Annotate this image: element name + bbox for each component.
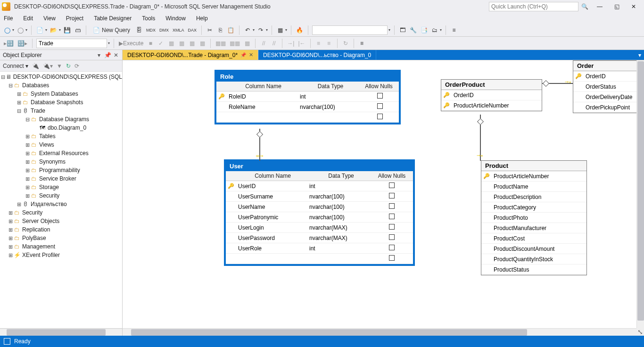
connect-button[interactable]: Connect ▾: [3, 63, 28, 69]
find-combo-dropdown-icon[interactable]: ▾: [388, 28, 390, 32]
expand-icon[interactable]: ⊞: [25, 184, 30, 190]
diagram-table-product[interactable]: Product 🔑ProductArticleNumberProductName…: [481, 160, 587, 275]
menu-file[interactable]: File: [4, 15, 13, 22]
save-all-icon[interactable]: 🗃: [74, 25, 82, 35]
diagram0-node[interactable]: dbo.Diagram_0: [48, 124, 86, 131]
results-text-icon[interactable]: ▦▦: [229, 38, 241, 49]
sync-icon[interactable]: ⟳: [74, 63, 79, 69]
collapse-icon[interactable]: ⊟: [8, 83, 13, 89]
table-row[interactable]: UserSurnamenvarchar(100): [226, 191, 413, 202]
panel-pin-icon[interactable]: 📌: [104, 52, 111, 58]
collapse-icon[interactable]: ⊟: [16, 108, 22, 114]
menu-tools[interactable]: Tools: [142, 15, 155, 22]
table-row[interactable]: UserNamenvarchar(100): [226, 202, 413, 212]
allow-nulls-cell[interactable]: [371, 224, 413, 231]
diagram-table-order[interactable]: Order 🔑OrderIDOrderStatusOrderDeliveryDa…: [573, 60, 636, 113]
new-project-icon[interactable]: 📄: [35, 25, 44, 35]
diagram-table-role[interactable]: Role Column NameData TypeAllow Nulls 🔑Ro…: [215, 70, 401, 124]
diagram-canvas[interactable]: Role Column NameData TypeAllow Nulls 🔑Ro…: [123, 60, 636, 328]
sysdb-node[interactable]: System Databases: [31, 91, 78, 97]
database-combo-dropdown-icon[interactable]: ▾: [108, 41, 110, 45]
allow-nulls-cell[interactable]: [371, 203, 413, 210]
table-row[interactable]: ProductStatus: [481, 264, 586, 275]
panel-dropdown-icon[interactable]: ▾: [96, 52, 102, 58]
dax-query-icon[interactable]: DAX: [187, 25, 198, 35]
results-file-icon[interactable]: ▦: [243, 38, 251, 49]
open-dropdown-icon[interactable]: ▾: [59, 28, 61, 32]
table-row[interactable]: UserRoleint: [226, 243, 413, 254]
sbroker-node[interactable]: Service Broker: [39, 175, 76, 182]
expand-icon[interactable]: ⊞: [25, 193, 30, 199]
database-combo[interactable]: [36, 39, 107, 48]
tab-close-icon[interactable]: ✕: [249, 52, 253, 58]
parse-icon[interactable]: 🔡▸: [17, 38, 28, 49]
include-actual-plan-icon[interactable]: ▸🔡: [3, 38, 15, 49]
execute-button[interactable]: ▶ Execute: [118, 38, 144, 49]
template-icon[interactable]: 📑: [420, 25, 429, 35]
undo-icon[interactable]: ↶: [243, 25, 252, 35]
table-row[interactable]: ProductManufacturer: [481, 223, 586, 233]
collapse-icon[interactable]: ⊟: [1, 74, 6, 80]
plan2-icon[interactable]: ▦: [177, 38, 186, 49]
table-row[interactable]: 🔑ProductArticleNumber: [481, 171, 586, 182]
security-node[interactable]: Security: [39, 192, 59, 199]
new-project-dropdown-icon[interactable]: ▾: [45, 28, 47, 32]
restore-button[interactable]: ◱: [608, 1, 625, 12]
checkbox-icon[interactable]: [389, 193, 395, 198]
plan3-icon[interactable]: ▦: [188, 38, 196, 49]
polybase-node[interactable]: PolyBase: [22, 235, 46, 241]
tab-overflow-icon[interactable]: ▾: [636, 50, 644, 60]
checkbox-icon[interactable]: [377, 103, 383, 109]
search-icon[interactable]: 🔍: [581, 3, 588, 10]
object-explorer-tree[interactable]: ⊟🖥DESKTOP-GDI6OND\SQLEXPRESS (SQL ⊟🗀Data…: [0, 72, 122, 328]
expand-icon[interactable]: ⊞: [25, 176, 30, 182]
table-row[interactable]: 🔑UserIDint: [226, 181, 413, 191]
xmla-query-icon[interactable]: XMLA: [172, 25, 185, 35]
results-grid-icon[interactable]: ▦▦: [215, 38, 227, 49]
prog-node[interactable]: Programmability: [39, 167, 80, 174]
indent-icon[interactable]: →|: [286, 38, 295, 49]
menu-view[interactable]: View: [43, 15, 56, 22]
table-row[interactable]: OrderStatus: [573, 82, 636, 92]
mdx-query-icon[interactable]: MDX: [145, 25, 157, 35]
diagram-table-user[interactable]: User Column NameData TypeAllow Nulls 🔑Us…: [224, 159, 415, 266]
quick-launch-input[interactable]: [489, 2, 578, 11]
allow-nulls-cell[interactable]: [371, 214, 413, 221]
solution-dropdown-icon[interactable]: ▾: [440, 28, 442, 32]
checkbox-icon[interactable]: [377, 114, 383, 119]
expand-icon[interactable]: ⊞: [8, 244, 13, 250]
table-row[interactable]: ProductDescription: [481, 192, 586, 202]
forward-dropdown-icon[interactable]: ▾: [25, 28, 27, 32]
open-icon[interactable]: 📂: [49, 25, 58, 35]
allow-nulls-cell[interactable]: [371, 234, 413, 241]
tab-diagram-izdat[interactable]: DESKTOP-GDI6OND\...ьство - Diagram_0: [258, 50, 376, 60]
table-row[interactable]: UserPasswordnvarchar(MAX): [226, 233, 413, 243]
registered-servers-icon[interactable]: 🗔: [398, 25, 407, 35]
security2-node[interactable]: Security: [22, 209, 42, 216]
allow-nulls-cell[interactable]: [371, 193, 413, 200]
trade-node[interactable]: Trade: [31, 107, 45, 114]
table-row[interactable]: ProductDiscountAmount: [481, 244, 586, 254]
allow-nulls-cell[interactable]: [361, 93, 399, 100]
table-row[interactable]: UserPatronymicnvarchar(100): [226, 212, 413, 223]
solution-icon[interactable]: 🗂: [430, 25, 439, 35]
expand-icon[interactable]: ⊞: [8, 210, 13, 216]
table-row[interactable]: 🔑OrderID: [573, 71, 636, 82]
menu-project[interactable]: Project: [66, 15, 83, 22]
serverobj-node[interactable]: Server Objects: [22, 218, 59, 224]
checkbox-icon[interactable]: [389, 203, 395, 209]
expand-icon[interactable]: ⊞: [25, 150, 30, 157]
overflow-icon[interactable]: ≡: [450, 25, 458, 35]
refresh-icon[interactable]: ↻: [66, 63, 71, 69]
diagrams-node[interactable]: Database Diagrams: [39, 116, 89, 123]
menu-edit[interactable]: Edit: [23, 15, 33, 22]
table-row[interactable]: [216, 112, 399, 123]
expand-icon[interactable]: ⊞: [8, 218, 13, 224]
table-row[interactable]: 🔑ProductArticleNumber: [441, 100, 542, 111]
izdat-node[interactable]: Издательство: [31, 201, 67, 207]
tables-node[interactable]: Tables: [39, 133, 56, 140]
views-node[interactable]: Views: [39, 141, 54, 148]
expand-icon[interactable]: ⊞: [25, 167, 30, 174]
snapshots-node[interactable]: Database Snapshots: [31, 99, 83, 106]
panel-close-icon[interactable]: ✕: [113, 52, 119, 58]
